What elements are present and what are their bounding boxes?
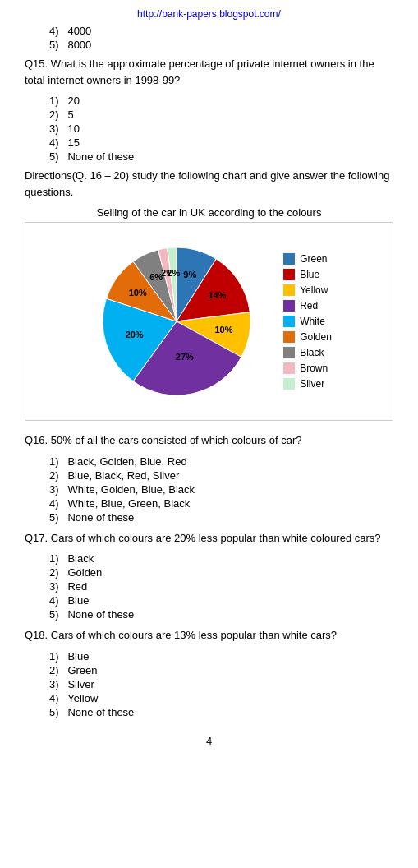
q17-opt-5: 5) None of these [49,608,393,621]
legend-item: Golden [283,331,332,343]
q17-opt-3: 3) Red [49,580,393,593]
q18-opt-5: 5) None of these [49,706,393,718]
legend-color-box [283,362,295,374]
q15-opt-2: 2) 5 [49,108,393,121]
prev-item-5: 5) 8000 [49,39,393,51]
prev-list: 4) 4000 5) 8000 [49,25,393,51]
q16-opt-5: 5) None of these [49,511,393,524]
svg-text:20%: 20% [126,330,144,339]
q18-text: Q18. Cars of which colours are 13% less … [25,629,337,641]
svg-text:10%: 10% [129,288,147,298]
q18-opt-4: 4) Yellow [49,692,393,704]
chart-container: 9%14%10%27%20%10%6%2%2% GreenBlueYellowR… [25,222,393,421]
legend-label: Golden [300,331,332,343]
legend-label: White [300,316,325,327]
q17-text: Q17. Cars of which colours are 20% less … [25,532,381,544]
legend-label: Yellow [300,284,328,296]
q17-options: 1) Black 2) Golden 3) Red 4) Blue 5) Non… [49,552,393,621]
legend-item: Black [283,347,332,358]
q16-opt-1: 1) Black, Golden, Blue, Red [49,455,393,468]
url-header: http://bank-papers.blogspot.com/ [25,8,393,20]
svg-text:14%: 14% [209,290,227,300]
legend-item: Brown [283,362,332,374]
legend-item: Silver [283,378,332,390]
directions-text: Directions(Q. 16 – 20) study the followi… [25,168,393,200]
q15-opt-5: 5) None of these [49,150,393,163]
svg-text:27%: 27% [176,352,194,362]
url-link[interactable]: http://bank-papers.blogspot.com/ [137,8,281,20]
q15-text: Q15. What is the approximate percentage … [25,58,374,86]
q15-opt-4: 4) 15 [49,136,393,149]
q18-opt-3: 3) Silver [49,678,393,690]
q17-opt-4: 4) Blue [49,594,393,607]
q16-question: Q16. 50% of all the cars consisted of wh… [25,432,393,449]
q18-opt-2: 2) Green [49,664,393,676]
legend-label: Red [300,300,318,312]
legend-item: Yellow [283,284,332,296]
q15-options: 1) 20 2) 5 3) 10 4) 15 5) None of these [49,95,393,163]
legend-label: Black [300,347,324,358]
legend-label: Blue [300,269,319,280]
svg-text:2%: 2% [168,268,181,278]
q15-opt-1: 1) 20 [49,95,393,107]
q15-question: Q15. What is the approximate percentage … [25,56,393,88]
prev-item-4: 4) 4000 [49,25,393,37]
q17-question: Q17. Cars of which colours are 20% less … [25,530,393,547]
q17-opt-2: 2) Golden [49,566,393,579]
q18-question: Q18. Cars of which colours are 13% less … [25,627,393,644]
legend-label: Silver [300,378,324,390]
chart-title: Selling of the car in UK according to th… [25,206,393,219]
legend-item: Red [283,300,332,312]
q16-options: 1) Black, Golden, Blue, Red 2) Blue, Bla… [49,455,393,524]
legend-color-box [283,284,295,296]
legend-item: White [283,316,332,327]
svg-text:9%: 9% [184,270,197,279]
q16-opt-3: 3) White, Golden, Blue, Black [49,483,393,496]
page-number: 4 [25,735,393,747]
q15-opt-3: 3) 10 [49,122,393,135]
legend-color-box [283,253,295,265]
legend-color-box [283,331,295,343]
legend-color-box [283,269,295,280]
q17-opt-1: 1) Black [49,552,393,565]
q16-text: Q16. 50% of all the cars consisted of wh… [25,434,301,446]
legend-item: Blue [283,269,332,280]
q16-opt-4: 4) White, Blue, Green, Black [49,497,393,510]
legend-item: Green [283,253,332,265]
legend-color-box [283,316,295,327]
legend-color-box [283,300,295,312]
q18-options: 1) Blue 2) Green 3) Silver 4) Yellow 5) … [49,650,393,718]
svg-text:10%: 10% [215,325,233,335]
legend-label: Green [300,253,327,265]
pie-svg: 9%14%10%27%20%10%6%2%2% [86,231,267,412]
legend-color-box [283,378,295,390]
legend-label: Brown [300,362,328,374]
chart-legend: GreenBlueYellowRedWhiteGoldenBlackBrownS… [283,253,332,390]
q18-opt-1: 1) Blue [49,650,393,663]
pie-chart: 9%14%10%27%20%10%6%2%2% [86,231,267,412]
q16-opt-2: 2) Blue, Black, Red, Silver [49,469,393,482]
legend-color-box [283,347,295,358]
